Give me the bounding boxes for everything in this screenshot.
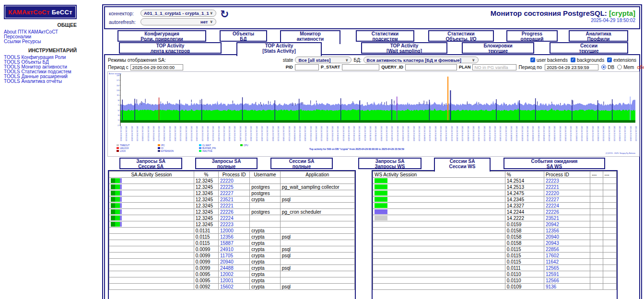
checkbox-user-backends[interactable]: ✓user backends bbox=[530, 58, 568, 63]
process-id-link[interactable]: 22227 bbox=[218, 190, 249, 196]
process-id-link[interactable]: 22227 bbox=[544, 196, 590, 203]
process-id-link[interactable]: 11705 bbox=[218, 253, 249, 259]
tab-main-6[interactable]: АналитикаПрофили bbox=[569, 30, 628, 42]
connector-label: коннектор: bbox=[109, 11, 134, 16]
tab-tables-5[interactable]: События ожиданияSA WS bbox=[503, 158, 605, 169]
process-id-link[interactable]: 22223 bbox=[544, 178, 590, 184]
cell-user: crypta bbox=[250, 271, 280, 277]
process-id-link[interactable]: 22223 bbox=[218, 221, 249, 228]
process-id-link[interactable]: 23521 bbox=[218, 196, 249, 203]
tab-activity-0[interactable]: TOP Activityлента кластеров bbox=[119, 42, 222, 54]
cell-pct: 12.3245 bbox=[194, 178, 218, 184]
process-id-link[interactable]: 20940 bbox=[544, 234, 590, 240]
connector-select[interactable]: A01_1_1_crypta1 - crypta_1_1 ∨ bbox=[141, 10, 216, 17]
tab-main-3[interactable]: Статистикиподсистем bbox=[356, 30, 414, 42]
process-id-link[interactable]: 15602 bbox=[218, 284, 249, 290]
logo-text-red: КАМАктСоСт bbox=[8, 9, 50, 16]
cell-user bbox=[250, 221, 280, 228]
chevron-down-icon: ∨ bbox=[345, 58, 349, 62]
tab-main-1[interactable]: ОбъектыБД bbox=[220, 30, 267, 42]
autorefresh-label: autorefresh: bbox=[109, 19, 136, 25]
plan-input[interactable] bbox=[472, 64, 516, 70]
svg-text:2025-04-29 19:45:00: 2025-04-29 19:45:00 bbox=[548, 126, 550, 141]
process-id-link[interactable]: 22224 bbox=[544, 203, 590, 209]
tab-activity-3[interactable]: Блокировкитекущие bbox=[462, 42, 534, 54]
tab-tables-0[interactable]: Запросы SAСессии SA bbox=[119, 158, 182, 169]
process-id-link[interactable]: 9136 bbox=[544, 284, 590, 290]
column-header: --- bbox=[603, 172, 616, 178]
svg-text:17: 17 bbox=[117, 79, 119, 81]
table-row: 12.324522221 bbox=[109, 203, 355, 209]
process-id-link[interactable]: 20942 bbox=[544, 221, 590, 228]
process-id-link[interactable]: 12000 bbox=[218, 228, 249, 234]
process-id-link[interactable]: 24488 bbox=[218, 265, 249, 271]
process-id-link[interactable]: 15887 bbox=[218, 240, 249, 246]
process-id-link[interactable]: 22221 bbox=[218, 203, 249, 209]
cell-app: psql bbox=[280, 196, 354, 203]
process-id-link[interactable]: 20943 bbox=[544, 240, 590, 246]
table-row: 0.011112565 bbox=[373, 265, 617, 271]
tab-tables-1[interactable]: Запросы SAполные bbox=[195, 158, 258, 169]
tab-content: Режимы отображения SA: state Все [all st… bbox=[104, 54, 640, 299]
process-id-link[interactable]: 11642 bbox=[544, 259, 590, 265]
db-select[interactable]: Вся активность кластера [БД и фоновые] ∨ bbox=[363, 57, 479, 63]
process-id-link[interactable]: 22226 bbox=[218, 209, 249, 215]
process-id-link[interactable]: 20940 bbox=[218, 259, 249, 265]
process-id-link[interactable]: 22225 bbox=[218, 184, 249, 190]
process-id-link[interactable]: 12002 bbox=[218, 271, 249, 277]
process-id-link[interactable]: 12356 bbox=[218, 234, 249, 240]
activity-bar-cell bbox=[373, 234, 505, 240]
process-id-link[interactable]: 22220 bbox=[218, 178, 249, 184]
sidebar: КАМАктСоСт БеССт ОБЩЕЕ About ПТК КАМАктС… bbox=[0, 0, 102, 299]
cell-pct: 12.3245 bbox=[194, 203, 218, 209]
process-id-link[interactable]: 12001 bbox=[218, 277, 249, 284]
radio-Mem[interactable]: Mem bbox=[617, 65, 634, 70]
radio-DB[interactable]: DB bbox=[601, 65, 614, 70]
period-to-input[interactable] bbox=[545, 64, 598, 70]
radio-group: DBMem bbox=[601, 65, 634, 70]
tab-label: Объекты. I/O bbox=[429, 37, 493, 42]
process-id-link[interactable]: 22226 bbox=[544, 209, 590, 215]
autorefresh-select[interactable]: нет ∨ bbox=[141, 18, 216, 25]
refresh-link[interactable]: обновить bbox=[637, 64, 644, 70]
tab-tables-2[interactable]: Сессии SAполные bbox=[270, 158, 333, 169]
checkbox-extensions[interactable]: ✓extensions bbox=[607, 58, 636, 63]
process-id-link[interactable]: 12591 bbox=[544, 271, 590, 277]
svg-text:2025-04-29 08:00:00: 2025-04-29 08:00:00 bbox=[293, 126, 295, 141]
chart-caption: Top activity for 500 on DB "crypta" from… bbox=[309, 148, 404, 150]
process-id-link[interactable]: 12356 bbox=[544, 228, 590, 234]
pid-input[interactable] bbox=[295, 64, 319, 70]
process-id-link[interactable]: 22856 bbox=[544, 246, 590, 253]
checkbox-backgrounds[interactable]: ✓backgrounds bbox=[571, 58, 604, 63]
tab-activity-4[interactable]: Сессиитекущие bbox=[550, 42, 628, 54]
svg-text:2025-04-29 08:45:00: 2025-04-29 08:45:00 bbox=[310, 126, 312, 141]
process-id-link[interactable]: 22221 bbox=[544, 184, 590, 190]
process-id-link[interactable]: 23521 bbox=[544, 215, 590, 221]
process-id-link[interactable]: 24910 bbox=[218, 246, 249, 253]
tab-activity-2[interactable]: TOP Activity[Wait sampling] bbox=[361, 42, 447, 54]
refresh-icon[interactable]: ↻ bbox=[220, 9, 229, 20]
query_id-input[interactable] bbox=[405, 64, 457, 70]
sidebar-link-tools-5[interactable]: TOOLS Аналитика отчёты bbox=[4, 79, 71, 84]
svg-text:2025-04-29 09:15:00: 2025-04-29 09:15:00 bbox=[320, 126, 322, 141]
sidebar-link-general-2[interactable]: Ссылки Ресурсы bbox=[4, 39, 58, 44]
state-select[interactable]: Все [all states] ∨ bbox=[295, 57, 351, 63]
tab-main-4[interactable]: СтатистикиОбъекты. I/O bbox=[428, 30, 494, 42]
cell-pct: 0.0115 bbox=[194, 240, 218, 246]
period-from-input[interactable] bbox=[130, 64, 183, 70]
svg-text:2025-04-29 15:30:00: 2025-04-29 15:30:00 bbox=[456, 126, 458, 141]
process-id-link[interactable]: 12566 bbox=[544, 277, 590, 284]
tab-tables-3[interactable]: Запросы SAЗапросы WS bbox=[358, 158, 422, 169]
tab-label: Статистики bbox=[357, 32, 413, 37]
process-id-link[interactable]: 12565 bbox=[544, 265, 590, 271]
process-id-link[interactable]: 22224 bbox=[218, 215, 249, 221]
autorefresh-value: нет bbox=[200, 19, 208, 24]
process-id-link[interactable]: 22220 bbox=[544, 190, 590, 196]
process-id-link[interactable]: 17602 bbox=[544, 253, 590, 259]
p_start-input[interactable] bbox=[342, 64, 379, 70]
tab-activity-1[interactable]: TOP Activity[Stats Activity] bbox=[236, 42, 322, 56]
tab-tables-4[interactable]: Сессии SAСессии WS bbox=[434, 158, 491, 172]
tab-main-5[interactable]: Progressопераций bbox=[506, 30, 558, 42]
tab-main-0[interactable]: КонфигурацияРоли, привелегии bbox=[117, 30, 206, 42]
tab-label: Сессии SA bbox=[120, 164, 181, 170]
